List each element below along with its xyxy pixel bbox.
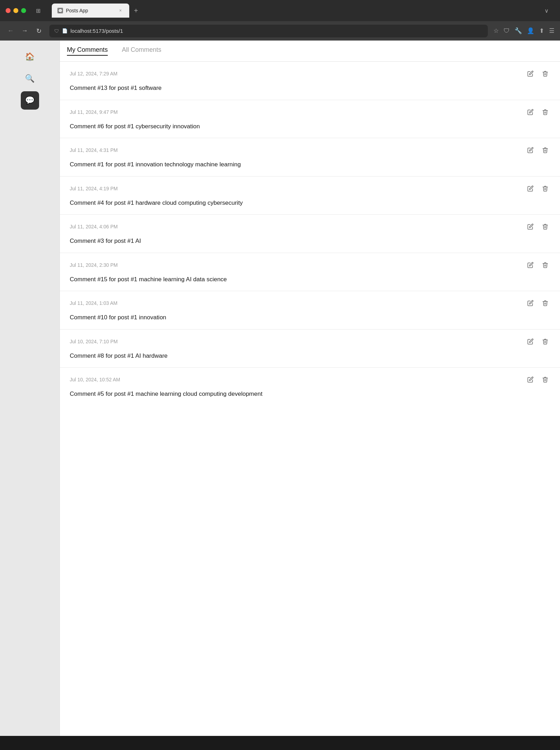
url-bar[interactable]: 🛡 📄 localhost:5173/posts/1 (49, 25, 488, 37)
comments-icon: 💬 (25, 96, 35, 105)
delete-button[interactable] (540, 260, 550, 270)
comment-text: Comment #3 for post #1 AI (70, 236, 550, 246)
home-icon: 🏠 (25, 52, 35, 61)
comment-date: Jul 11, 2024, 4:19 PM (70, 186, 118, 191)
comment-header: Jul 11, 2024, 9:47 PM (70, 107, 550, 117)
tab-all-comments[interactable]: All Comments (122, 46, 161, 56)
url-icon: 📄 (62, 28, 68, 33)
edit-button[interactable] (525, 375, 535, 385)
address-bar: ← → ↻ 🛡 📄 localhost:5173/posts/1 ☆ 🛡 🔧 👤… (0, 21, 560, 41)
edit-button[interactable] (525, 69, 535, 79)
comment-text: Comment #15 for post #1 machine learning… (70, 275, 550, 284)
chevron-down-icon[interactable]: ∨ (545, 7, 549, 14)
list-item: Jul 12, 2024, 7:29 AM Comment #13 for po… (60, 62, 560, 100)
list-item: Jul 11, 2024, 2:30 PM Comment #15 for po… (60, 253, 560, 291)
delete-button[interactable] (540, 184, 550, 193)
list-item: Jul 11, 2024, 4:06 PM Comment #3 for pos… (60, 215, 560, 253)
tabs-bar: 💬 Posts App × + ∨ (46, 4, 554, 18)
shield-toolbar-icon[interactable]: 🛡 (504, 27, 510, 35)
back-button[interactable]: ← (6, 26, 15, 36)
search-icon: 🔍 (25, 74, 35, 83)
sidebar: 🏠 🔍 💬 (0, 41, 60, 736)
menu-icon[interactable]: ☰ (549, 27, 554, 35)
list-item: Jul 11, 2024, 9:47 PM Comment #6 for pos… (60, 100, 560, 139)
comment-header: Jul 12, 2024, 7:29 AM (70, 69, 550, 79)
delete-button[interactable] (540, 375, 550, 385)
list-item: Jul 10, 2024, 10:52 AM Comment #5 for po… (60, 368, 560, 406)
edit-button[interactable] (525, 298, 535, 308)
sidebar-item-home[interactable]: 🏠 (21, 48, 39, 66)
comment-date: Jul 10, 2024, 7:10 PM (70, 339, 118, 344)
reload-button[interactable]: ↻ (34, 26, 44, 36)
edit-button[interactable] (525, 260, 535, 270)
comment-actions (525, 260, 550, 270)
comment-text: Comment #1 for post #1 innovation techno… (70, 160, 550, 169)
comment-date: Jul 12, 2024, 7:29 AM (70, 71, 117, 76)
shield-icon: 🛡 (54, 28, 59, 34)
extensions-icon[interactable]: ⬆ (539, 27, 544, 35)
comment-header: Jul 10, 2024, 7:10 PM (70, 337, 550, 346)
comments-list: Jul 12, 2024, 7:29 AM Comment #13 for po… (60, 62, 560, 736)
fullscreen-button[interactable] (21, 8, 26, 13)
comment-text: Comment #13 for post #1 software (70, 84, 550, 93)
tab-posts-app[interactable]: 💬 Posts App × (52, 4, 129, 18)
tab-favicon: 💬 (57, 8, 63, 13)
new-tab-button[interactable]: + (131, 5, 141, 16)
tab-label: Posts App (66, 8, 88, 13)
comment-actions (525, 107, 550, 117)
comment-header: Jul 11, 2024, 2:30 PM (70, 260, 550, 270)
delete-button[interactable] (540, 298, 550, 308)
app-wrapper: 🏠 🔍 💬 My Comments All Comments Jul 12, 2… (0, 41, 560, 736)
forward-button[interactable]: → (20, 26, 30, 36)
bookmark-icon[interactable]: ☆ (493, 27, 499, 35)
minimize-button[interactable] (13, 8, 18, 13)
comment-text: Comment #8 for post #1 AI hardware (70, 351, 550, 361)
browser-chrome: ⊞ 💬 Posts App × + ∨ ← → ↻ 🛡 📄 localhost:… (0, 0, 560, 41)
comment-header: Jul 11, 2024, 4:06 PM (70, 222, 550, 232)
comment-actions (525, 222, 550, 232)
sidebar-item-comments[interactable]: 💬 (21, 91, 39, 110)
traffic-lights (6, 8, 26, 13)
comment-actions (525, 375, 550, 385)
comment-date: Jul 11, 2024, 4:31 PM (70, 147, 118, 153)
edit-button[interactable] (525, 107, 535, 117)
title-bar: ⊞ 💬 Posts App × + ∨ (0, 0, 560, 21)
comment-text: Comment #10 for post #1 innovation (70, 313, 550, 322)
toolbar-right: ☆ 🛡 🔧 👤 ⬆ ☰ (493, 27, 554, 35)
main-content: My Comments All Comments Jul 12, 2024, 7… (60, 41, 560, 736)
comment-header: Jul 11, 2024, 4:31 PM (70, 145, 550, 155)
edit-button[interactable] (525, 337, 535, 346)
comments-tabs: My Comments All Comments (60, 41, 560, 62)
delete-button[interactable] (540, 337, 550, 346)
comment-date: Jul 10, 2024, 10:52 AM (70, 377, 120, 382)
delete-button[interactable] (540, 222, 550, 232)
comment-header: Jul 10, 2024, 10:52 AM (70, 375, 550, 385)
list-item: Jul 11, 2024, 4:31 PM Comment #1 for pos… (60, 138, 560, 177)
close-button[interactable] (6, 8, 11, 13)
wrench-icon[interactable]: 🔧 (515, 27, 522, 35)
account-icon[interactable]: 👤 (527, 27, 534, 35)
url-text: localhost:5173/posts/1 (70, 28, 123, 34)
delete-button[interactable] (540, 69, 550, 79)
list-item: Jul 10, 2024, 7:10 PM Comment #8 for pos… (60, 330, 560, 368)
comment-date: Jul 11, 2024, 1:03 AM (70, 300, 117, 306)
window-icon: ⊞ (36, 7, 41, 14)
edit-button[interactable] (525, 222, 535, 232)
comment-actions (525, 298, 550, 308)
delete-button[interactable] (540, 145, 550, 155)
edit-button[interactable] (525, 184, 535, 193)
comment-actions (525, 145, 550, 155)
delete-button[interactable] (540, 107, 550, 117)
nav-buttons: ← → ↻ (6, 26, 44, 36)
list-item: Jul 11, 2024, 4:19 PM Comment #4 for pos… (60, 177, 560, 215)
comment-header: Jul 11, 2024, 1:03 AM (70, 298, 550, 308)
comment-text: Comment #5 for post #1 machine learning … (70, 389, 550, 399)
edit-button[interactable] (525, 145, 535, 155)
tab-close-button[interactable]: × (117, 7, 124, 14)
comment-date: Jul 11, 2024, 4:06 PM (70, 224, 118, 229)
comment-date: Jul 11, 2024, 2:30 PM (70, 262, 118, 268)
tab-my-comments[interactable]: My Comments (67, 46, 108, 56)
comment-actions (525, 337, 550, 346)
sidebar-item-search[interactable]: 🔍 (21, 69, 39, 88)
list-item: Jul 11, 2024, 1:03 AM Comment #10 for po… (60, 291, 560, 330)
